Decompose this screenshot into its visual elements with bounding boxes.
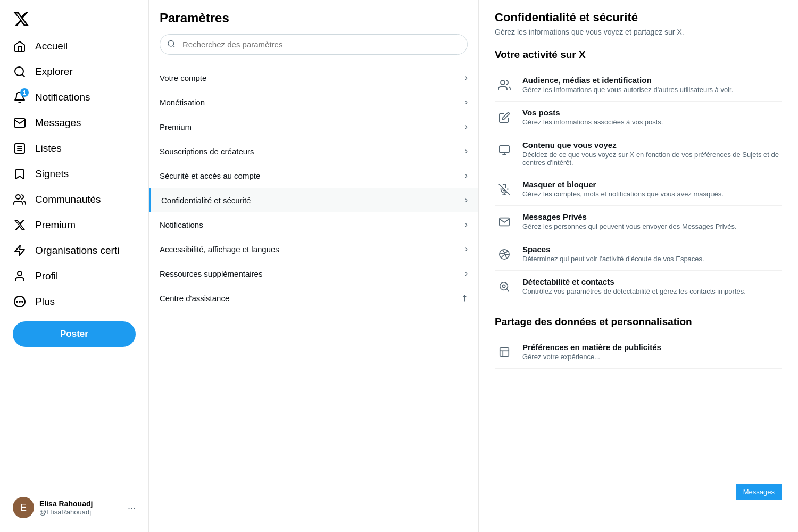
activity-item-messages-prives[interactable]: Messages Privés Gérez les personnes qui …: [495, 206, 782, 238]
activity-title-publicites: Préférences en matière de publicités: [522, 343, 661, 352]
dots-circle-icon: [13, 295, 27, 309]
sidebar-item-label-messages: Messages: [35, 117, 81, 129]
poster-button[interactable]: Poster: [13, 321, 136, 347]
x-logo-icon: [13, 11, 30, 28]
settings-item-centre[interactable]: Centre d'assistance ↗: [149, 286, 478, 311]
search-icon: [167, 39, 176, 49]
settings-item-votre-compte[interactable]: Votre compte ›: [149, 65, 478, 90]
activity-title-messages-prives: Messages Privés: [522, 212, 737, 221]
svg-marker-8: [15, 245, 24, 256]
sidebar-item-messages[interactable]: Messages: [6, 111, 142, 135]
settings-item-label: Centre d'assistance: [160, 294, 229, 303]
svg-point-14: [168, 40, 174, 46]
activity-desc-posts: Gérez les informations associées à vos p…: [522, 118, 663, 126]
settings-item-securite[interactable]: Sécurité et accès au compte ›: [149, 163, 478, 188]
activity-title-contenu: Contenu que vous voyez: [522, 140, 782, 149]
search-icon: [13, 65, 27, 79]
user-profile[interactable]: E Elisa Rahouadj @ElisaRahouadj ···: [6, 492, 142, 523]
sidebar-item-label-accueil: Accueil: [35, 40, 68, 52]
activity-title-detectabilite: Détectabilité et contacts: [522, 277, 746, 286]
content-title: Confidentialité et sécurité: [495, 11, 782, 24]
user-name: Elisa Rahouadj: [39, 500, 128, 508]
settings-item-confidentialite[interactable]: Confidentialité et sécurité ›: [149, 188, 478, 212]
activity-desc-masquer: Gérez les comptes, mots et notifications…: [522, 190, 724, 198]
sidebar-item-label-listes: Listes: [35, 143, 62, 154]
svg-line-15: [173, 45, 174, 47]
settings-item-notifications[interactable]: Notifications ›: [149, 212, 478, 237]
pencil-icon: [495, 108, 514, 127]
user-more-button[interactable]: ···: [128, 502, 136, 513]
sidebar-item-notifications[interactable]: 1 Notifications: [6, 85, 142, 110]
sidebar-item-organisations[interactable]: Organisations certi: [6, 238, 142, 263]
svg-rect-28: [500, 348, 509, 357]
audience-icon: [495, 76, 514, 95]
activity-item-posts[interactable]: Vos posts Gérez les informations associé…: [495, 102, 782, 134]
external-link-icon: ↗: [458, 292, 470, 304]
settings-item-souscriptions[interactable]: Souscriptions de créateurs ›: [149, 139, 478, 163]
ad-icon: [495, 343, 514, 362]
svg-point-26: [502, 285, 505, 288]
sidebar-item-signets[interactable]: Signets: [6, 162, 142, 186]
lightning-icon: [13, 244, 27, 257]
notification-badge: 1: [20, 88, 29, 97]
activity-section-heading: Votre activité sur X: [495, 49, 782, 61]
communities-icon: [13, 193, 27, 206]
person-icon: [13, 269, 27, 283]
chevron-right-icon: ›: [465, 171, 468, 180]
settings-item-premium[interactable]: Premium ›: [149, 114, 478, 139]
user-handle: @ElisaRahouadj: [39, 508, 128, 516]
activity-item-publicites[interactable]: Préférences en matière de publicités Gér…: [495, 336, 782, 369]
settings-item-label: Premium: [160, 122, 192, 131]
settings-item-label: Votre compte: [160, 73, 206, 82]
sidebar-item-premium[interactable]: Premium: [6, 213, 142, 237]
home-icon: [13, 39, 27, 53]
chevron-right-icon: ›: [465, 195, 468, 205]
chevron-right-icon: ›: [465, 244, 468, 254]
activity-item-detectabilite[interactable]: Détectabilité et contacts Contrôlez vos …: [495, 271, 782, 303]
envelope-right-icon: [495, 212, 514, 231]
search-bar: [160, 34, 468, 55]
svg-point-25: [500, 282, 508, 290]
svg-point-11: [19, 301, 20, 302]
chevron-right-icon: ›: [465, 269, 468, 278]
sidebar-item-accueil[interactable]: Accueil: [6, 34, 142, 59]
chevron-right-icon: ›: [465, 73, 468, 82]
activity-desc-spaces: Déterminez qui peut voir l'activité d'éc…: [522, 255, 704, 263]
sidebar-item-label-signets: Signets: [35, 168, 69, 180]
location-icon: [495, 277, 514, 296]
partage-section-heading: Partage des données et personnalisation: [495, 316, 782, 328]
settings-item-label: Accessibilité, affichage et langues: [160, 245, 279, 254]
activity-item-audience[interactable]: Audience, médias et identification Gérez…: [495, 69, 782, 102]
sidebar-item-explorer[interactable]: Explorer: [6, 60, 142, 84]
sidebar-item-label-profil: Profil: [35, 270, 58, 282]
settings-item-label: Monétisation: [160, 98, 205, 107]
settings-item-ressources[interactable]: Ressources supplémentaires ›: [149, 261, 478, 286]
sidebar-item-listes[interactable]: Listes: [6, 136, 142, 161]
sidebar-item-profil[interactable]: Profil: [6, 264, 142, 288]
activity-item-contenu[interactable]: Contenu que vous voyez Décidez de ce que…: [495, 134, 782, 173]
mute-icon: [495, 180, 514, 199]
eye-icon: [495, 140, 514, 160]
svg-point-9: [18, 271, 22, 276]
logo[interactable]: [6, 4, 142, 32]
chevron-right-icon: ›: [465, 146, 468, 156]
settings-title: Paramètres: [149, 11, 478, 34]
sidebar-item-label-notifications: Notifications: [35, 92, 90, 103]
activity-item-spaces[interactable]: Spaces Déterminez qui peut voir l'activi…: [495, 238, 782, 271]
activity-item-masquer[interactable]: Masquer et bloquer Gérez les comptes, mo…: [495, 173, 782, 206]
search-input[interactable]: [160, 34, 468, 55]
activity-desc-publicites: Gérez votre expérience...: [522, 353, 661, 361]
chevron-right-icon: ›: [465, 220, 468, 229]
settings-item-monetisation[interactable]: Monétisation ›: [149, 90, 478, 114]
chevron-right-icon: ›: [465, 122, 468, 131]
svg-point-13: [22, 301, 23, 302]
settings-item-accessibilite[interactable]: Accessibilité, affichage et langues ›: [149, 237, 478, 261]
activity-title-posts: Vos posts: [522, 108, 663, 117]
activity-desc-detectabilite: Contrôlez vos paramètres de détectabilit…: [522, 287, 746, 295]
messages-popup: Messages: [736, 484, 782, 500]
svg-line-27: [506, 289, 509, 291]
sidebar-item-communautes[interactable]: Communautés: [6, 187, 142, 212]
sidebar-item-plus[interactable]: Plus: [6, 289, 142, 314]
sidebar-item-label-premium: Premium: [35, 219, 76, 231]
sidebar: Accueil Explorer 1 Notifications Message…: [0, 0, 149, 532]
